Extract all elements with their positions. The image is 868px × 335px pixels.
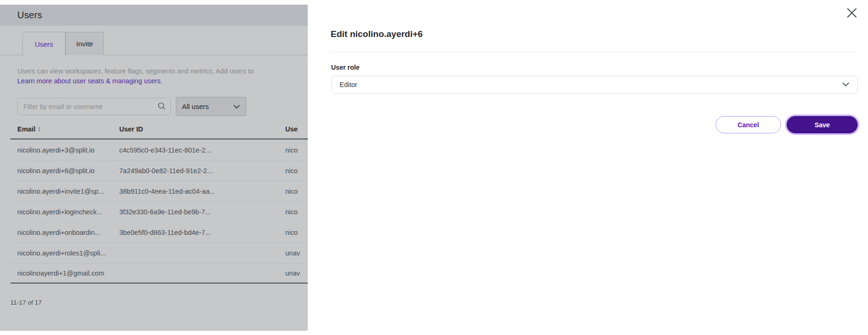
cancel-button[interactable]: Cancel <box>716 116 781 133</box>
modal-title: Edit nicolino.ayerdi+6 <box>331 29 423 39</box>
user-role-label: User role <box>331 64 360 71</box>
chevron-down-icon <box>842 81 850 88</box>
user-role-value: Editor <box>340 81 357 88</box>
modal-actions: Cancel Save <box>716 116 858 133</box>
save-button[interactable]: Save <box>787 116 858 133</box>
modal-scrim[interactable] <box>0 5 308 331</box>
modal-divider <box>331 51 858 52</box>
edit-user-modal: Edit nicolino.ayerdi+6 User role Editor … <box>308 0 868 335</box>
user-role-select[interactable]: Editor <box>332 76 858 94</box>
close-icon[interactable] <box>845 6 858 19</box>
